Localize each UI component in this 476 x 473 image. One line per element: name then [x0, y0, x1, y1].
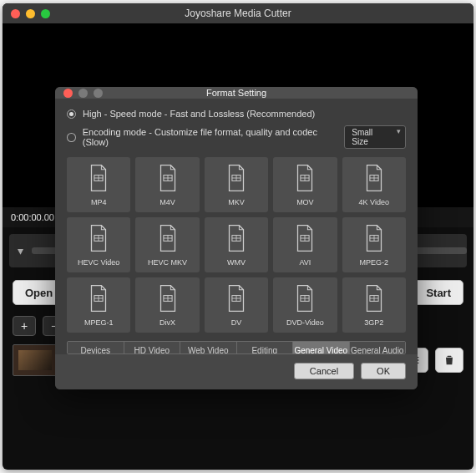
modal-title: Format Setting — [55, 88, 418, 98]
trash-icon — [443, 353, 456, 367]
category-tabs: DevicesHD VideoWeb VideoEditingGeneral V… — [67, 341, 406, 354]
format-divx[interactable]: DivX — [135, 277, 199, 333]
format-avi[interactable]: AVI — [273, 217, 337, 272]
format-mpeg-1[interactable]: MPEG-1 — [67, 277, 130, 333]
add-segment-button[interactable]: + — [13, 316, 36, 336]
close-icon[interactable] — [11, 9, 20, 18]
modal-zoom-icon — [94, 89, 103, 98]
tab-general-video[interactable]: General Video — [293, 342, 350, 353]
file-icon — [156, 284, 180, 314]
format-label: M4V — [160, 198, 175, 206]
modal-window-controls — [55, 89, 103, 98]
format-label: HEVC Video — [78, 258, 119, 267]
format-label: MKV — [228, 198, 245, 206]
delete-button[interactable] — [435, 348, 463, 373]
format-mpeg-2[interactable]: MPEG-2 — [342, 217, 406, 272]
format-mkv[interactable]: MKV — [205, 157, 268, 212]
format-4k-video[interactable]: 4K Video — [342, 157, 406, 212]
file-icon — [362, 284, 386, 314]
format-label: AVI — [299, 258, 311, 267]
format-hevc-video[interactable]: HEVC Video — [67, 217, 130, 272]
file-icon — [362, 224, 386, 254]
ok-button[interactable]: OK — [361, 363, 406, 379]
format-3gp2[interactable]: 3GP2 — [342, 277, 406, 333]
current-time: 0:00:00.00 — [11, 212, 54, 222]
format-label: DV — [231, 318, 242, 327]
mode-high-speed-row[interactable]: High - Speed mode - Fast and Lossless (R… — [67, 109, 406, 119]
format-m4v[interactable]: M4V — [135, 157, 199, 212]
file-icon — [225, 224, 248, 254]
format-dv[interactable]: DV — [205, 277, 268, 333]
format-wmv[interactable]: WMV — [205, 217, 268, 272]
format-label: DivX — [160, 318, 175, 327]
format-label: MPEG-1 — [84, 318, 114, 327]
mode-high-label: High - Speed mode - Fast and Lossless (R… — [83, 109, 315, 119]
mode-encoding-label: Encoding mode - Customize file format, q… — [83, 127, 338, 147]
start-button[interactable]: Start — [413, 280, 463, 305]
file-icon — [293, 164, 316, 194]
modal-titlebar[interactable]: Format Setting — [55, 87, 418, 99]
radio-high-speed[interactable] — [67, 109, 76, 119]
zoom-icon[interactable] — [41, 9, 50, 18]
chevron-down-icon[interactable]: ▾ — [9, 244, 32, 257]
cancel-button[interactable]: Cancel — [294, 363, 354, 379]
window-controls — [3, 9, 50, 18]
file-icon — [293, 224, 316, 254]
app-title: Joyoshare Media Cutter — [3, 8, 473, 19]
file-icon — [293, 284, 316, 314]
radio-encoding[interactable] — [67, 133, 76, 142]
minimize-icon[interactable] — [26, 9, 35, 18]
size-dropdown[interactable]: Small Size — [344, 125, 406, 149]
file-icon — [87, 164, 110, 194]
format-dvd-video[interactable]: DVD-Video — [273, 277, 337, 333]
format-label: MP4 — [91, 198, 107, 206]
file-icon — [362, 164, 386, 194]
format-label: MOV — [296, 198, 314, 206]
format-setting-modal: Format Setting High - Speed mode - Fast … — [55, 87, 418, 389]
format-label: 3GP2 — [364, 318, 383, 327]
format-grid: MP4M4VMKVMOV4K VideoHEVC VideoHEVC MKVWM… — [67, 157, 406, 333]
modal-minimize-icon — [78, 89, 88, 98]
tab-editing[interactable]: Editing — [237, 342, 294, 353]
modal-footer: Cancel OK — [55, 354, 418, 389]
modal-body: High - Speed mode - Fast and Lossless (R… — [55, 99, 418, 333]
file-icon — [225, 164, 248, 194]
format-mp4[interactable]: MP4 — [67, 157, 130, 212]
tab-web-video[interactable]: Web Video — [180, 342, 237, 353]
file-icon — [156, 164, 180, 194]
file-icon — [87, 224, 110, 254]
main-titlebar[interactable]: Joyoshare Media Cutter — [3, 3, 473, 23]
file-icon — [87, 284, 110, 314]
mode-encoding-row[interactable]: Encoding mode - Customize file format, q… — [67, 125, 406, 149]
tab-general-audio[interactable]: General Audio — [350, 342, 406, 353]
modal-close-icon[interactable] — [63, 89, 73, 98]
format-hevc-mkv[interactable]: HEVC MKV — [135, 217, 199, 272]
tab-hd-video[interactable]: HD Video — [124, 342, 181, 353]
tab-devices[interactable]: Devices — [68, 342, 124, 353]
format-label: DVD-Video — [286, 318, 324, 327]
format-label: HEVC MKV — [148, 258, 187, 267]
format-label: MPEG-2 — [360, 258, 389, 267]
file-icon — [225, 284, 248, 314]
file-icon — [156, 224, 180, 254]
format-mov[interactable]: MOV — [273, 157, 337, 212]
format-label: 4K Video — [359, 198, 389, 206]
clip-thumbnail[interactable] — [13, 344, 58, 376]
format-label: WMV — [227, 258, 246, 267]
